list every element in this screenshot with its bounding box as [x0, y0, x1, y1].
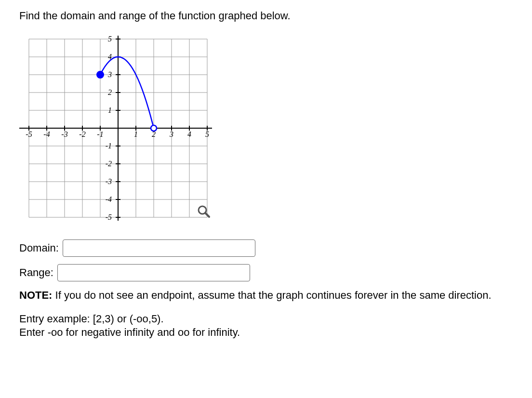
closed-endpoint: [97, 71, 104, 78]
x-tick-neg5: -5: [26, 130, 32, 138]
y-tick-5: 5: [108, 35, 112, 43]
y-tick-neg3: -3: [106, 177, 112, 186]
note-text: NOTE: If you do not see an endpoint, ass…: [19, 289, 513, 303]
y-tick-neg1: -1: [106, 142, 112, 150]
domain-input[interactable]: [63, 239, 255, 257]
x-tick-neg3: -3: [61, 130, 67, 138]
note-bold: NOTE:: [19, 289, 52, 301]
coordinate-plane: -5 -4 -3 -2 -1 1 2 3 4 5 5 4 3 2 1 -1 -2…: [19, 32, 222, 225]
range-input-row: Range:: [19, 264, 513, 281]
entry-example-line1: Entry example: [2,3) or (-oo,5).: [19, 312, 513, 326]
x-tick-1: 1: [134, 130, 138, 138]
x-tick-neg4: -4: [43, 130, 50, 138]
range-label: Range:: [19, 266, 53, 279]
entry-example: Entry example: [2,3) or (-oo,5). Enter -…: [19, 312, 513, 340]
domain-label: Domain:: [19, 242, 59, 254]
y-tick-1: 1: [108, 106, 112, 114]
y-tick-neg4: -4: [106, 195, 112, 203]
x-tick-neg2: -2: [79, 130, 85, 138]
entry-example-line2: Enter -oo for negative infinity and oo f…: [19, 326, 513, 340]
magnify-icon[interactable]: [199, 206, 209, 217]
note-body: If you do not see an endpoint, assume th…: [52, 289, 491, 301]
domain-input-row: Domain:: [19, 239, 513, 257]
range-input[interactable]: [57, 264, 250, 281]
y-tick-neg5: -5: [106, 213, 112, 221]
x-tick-4: 4: [187, 130, 191, 138]
y-tick-3: 3: [107, 70, 112, 79]
y-tick-neg2: -2: [106, 159, 112, 168]
open-endpoint: [151, 125, 157, 131]
x-tick-3: 3: [169, 130, 173, 138]
x-tick-5: 5: [205, 130, 209, 138]
x-tick-neg1: -1: [97, 130, 103, 138]
svg-line-43: [205, 213, 209, 217]
question-text: Find the domain and range of the functio…: [19, 10, 513, 22]
graph-container: -5 -4 -3 -2 -1 1 2 3 4 5 5 4 3 2 1 -1 -2…: [19, 32, 513, 227]
y-tick-2: 2: [108, 88, 112, 96]
axes: [19, 36, 212, 221]
